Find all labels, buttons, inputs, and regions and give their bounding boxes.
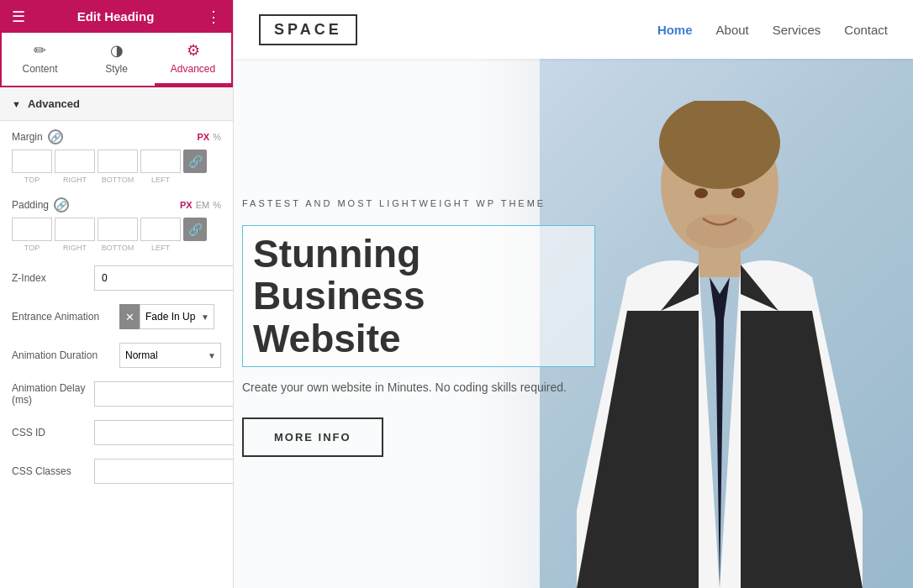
panel-content: Margin 🔗 PX % 🔗 TOP RIGHT BOTTOM LEFT [0,121,233,588]
grid-icon[interactable]: ⋮ [206,8,221,26]
animation-duration-select[interactable]: Slow Normal Fast [119,343,221,368]
hero-sub-text: FASTEST AND MOST LIGHTWEIGHT WP THEME [242,198,546,208]
hero-heading-line2: Website [253,317,401,360]
margin-top-input[interactable] [12,150,52,173]
padding-field-row: Padding 🔗 PX EM % 🔗 TOP RIGHT BOTTOM L [12,197,221,252]
margin-unit-percent[interactable]: % [213,132,221,142]
padding-label-row: Padding 🔗 PX EM % [12,197,221,213]
nav-links: Home About Services Contact [657,23,888,37]
margin-bottom-input[interactable] [98,150,138,173]
margin-unit-links: PX % [198,132,221,142]
padding-bottom-input[interactable] [98,218,138,241]
animation-delay-row: Animation Delay (ms) [12,381,221,407]
margin-link-icon[interactable]: 🔗 [48,129,63,144]
left-panel: ☰ Edit Heading ⋮ ✏ Content ◑ Style ⚙ Adv… [0,0,234,588]
svg-point-1 [659,101,780,189]
right-panel: ❮ SPACE Home About Services Contact [234,0,913,588]
animation-duration-label: Animation Duration [12,349,113,361]
margin-label: Margin [12,131,43,143]
hero-section: FASTEST AND MOST LIGHTWEIGHT WP THEME St… [234,59,913,588]
padding-top-input[interactable] [12,218,52,241]
hero-bg-person [540,59,913,588]
hamburger-icon[interactable]: ☰ [12,8,25,26]
svg-point-3 [694,188,708,198]
padding-right-label: RIGHT [55,244,95,252]
padding-link-button[interactable]: 🔗 [183,218,207,241]
entrance-animation-row: Entrance Animation ✕ None Fade In Fade I… [12,304,221,329]
advanced-tab-icon: ⚙ [187,41,200,60]
site-logo: SPACE [259,14,357,45]
css-id-input[interactable] [94,420,234,445]
animation-delay-label: Animation Delay (ms) [12,382,87,406]
hero-heading-line1: Stunning Business [253,232,425,318]
padding-top-label: TOP [12,244,52,252]
entrance-animation-clear-button[interactable]: ✕ [119,304,140,329]
zindex-input[interactable] [94,265,234,291]
padding-unit-em[interactable]: EM [196,200,210,210]
padding-sub-labels: TOP RIGHT BOTTOM LEFT [12,244,221,252]
padding-bottom-label: BOTTOM [98,244,138,252]
entrance-animation-select[interactable]: None Fade In Fade In Up Fade In Down Fad… [140,304,214,329]
margin-sub-labels: TOP RIGHT BOTTOM LEFT [12,176,221,184]
content-tab-icon: ✏ [34,41,46,60]
tab-advanced[interactable]: ⚙ Advanced [155,33,231,86]
margin-left-input[interactable] [140,150,181,173]
style-tab-label: Style [105,63,128,75]
padding-inputs: 🔗 [12,218,221,241]
margin-top-label: TOP [12,176,52,184]
margin-unit-px[interactable]: PX [198,132,210,142]
svg-point-5 [686,214,753,248]
entrance-animation-label: Entrance Animation [12,311,113,323]
padding-label: Padding [12,199,49,211]
css-id-row: CSS ID [12,420,221,445]
style-tab-icon: ◑ [110,41,124,60]
margin-right-label: RIGHT [55,176,95,184]
margin-link-button[interactable]: 🔗 [183,150,207,173]
tab-style[interactable]: ◑ Style [78,33,155,86]
collapse-arrow-icon: ▼ [12,99,21,109]
more-info-button[interactable]: MORE INFO [242,417,383,457]
content-tab-label: Content [22,63,57,75]
hero-description: Create your own website in Minutes. No c… [242,381,567,394]
nav-link-services[interactable]: Services [773,23,821,37]
margin-bottom-label: BOTTOM [98,176,138,184]
css-classes-label: CSS Classes [12,465,87,477]
margin-right-input[interactable] [55,150,95,173]
advanced-tab-label: Advanced [171,63,215,75]
zindex-row: Z-Index [12,265,221,291]
nav-link-about[interactable]: About [716,23,749,37]
nav-link-contact[interactable]: Contact [844,23,888,37]
padding-unit-px[interactable]: PX [180,200,193,210]
svg-point-4 [731,188,745,198]
advanced-section-label: Advanced [28,97,80,110]
css-classes-input[interactable] [94,459,234,484]
animation-duration-row: Animation Duration Slow Normal Fast ▼ [12,343,221,368]
panel-title: Edit Heading [77,9,155,24]
tabs-bar: ✏ Content ◑ Style ⚙ Advanced [0,33,233,87]
panel-header: ☰ Edit Heading ⋮ [0,0,233,33]
padding-right-input[interactable] [55,218,95,241]
padding-link-icon[interactable]: 🔗 [54,197,69,213]
hero-heading-box: Stunning Business Website [242,225,595,368]
margin-inputs: 🔗 [12,150,221,173]
css-id-label: CSS ID [12,427,87,438]
css-classes-row: CSS Classes [12,459,221,484]
margin-label-row: Margin 🔗 PX % [12,129,221,144]
padding-unit-links: PX EM % [180,200,221,210]
hero-heading: Stunning Business Website [253,233,584,360]
tab-content[interactable]: ✏ Content [2,33,78,86]
zindex-label: Z-Index [12,272,87,284]
advanced-section-header[interactable]: ▼ Advanced [0,87,233,121]
svg-rect-2 [699,244,741,277]
padding-left-label: LEFT [140,244,181,252]
margin-left-label: LEFT [140,176,181,184]
entrance-animation-select-wrap: ✕ None Fade In Fade In Up Fade In Down F… [119,304,214,329]
margin-field-row: Margin 🔗 PX % 🔗 TOP RIGHT BOTTOM LEFT [12,129,221,184]
nav-link-home[interactable]: Home [657,23,693,37]
padding-left-input[interactable] [140,218,181,241]
site-navbar: SPACE Home About Services Contact [234,0,913,59]
padding-unit-percent[interactable]: % [213,200,221,210]
animation-delay-input[interactable] [94,381,234,407]
person-silhouette [577,101,863,588]
